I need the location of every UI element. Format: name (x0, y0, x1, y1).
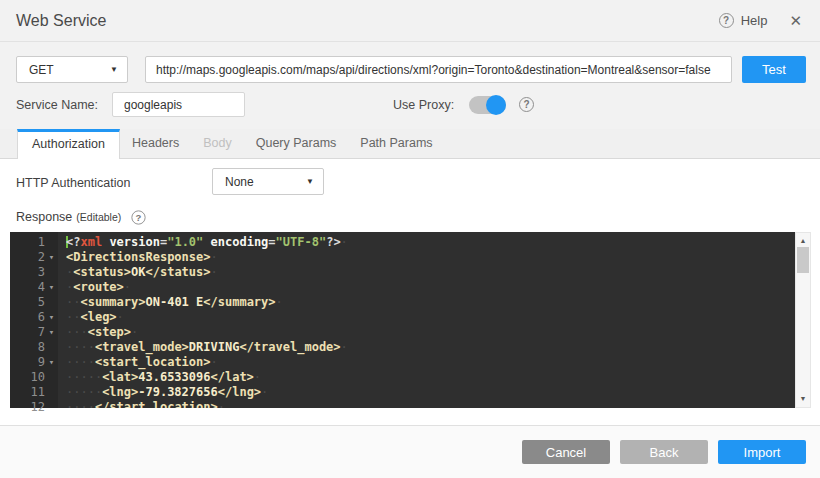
code-line: ····<travel_mode>DRIVING</travel_mode> (66, 340, 795, 355)
service-name-input[interactable] (112, 92, 245, 117)
close-icon[interactable]: ✕ (789, 12, 802, 30)
fold-spacer (45, 340, 58, 355)
editor-gutter: 12▾34▾56▾7▾89▾101112 (10, 232, 58, 408)
code-line: ··<leg> (66, 310, 795, 325)
cancel-button[interactable]: Cancel (522, 440, 610, 464)
code-line: ···<step> (66, 325, 795, 340)
tab-body: Body (191, 129, 244, 159)
web-service-dialog: Web Service ? Help ✕ GET ▼ Test Service … (0, 0, 820, 478)
gutter-line: 6▾ (10, 310, 58, 325)
use-proxy-label: Use Proxy: (393, 98, 454, 112)
gutter-line: 1 (10, 235, 58, 250)
code-line: <DirectionsResponse> (66, 250, 795, 265)
fold-icon[interactable]: ▾ (45, 325, 58, 340)
fold-icon[interactable]: ▾ (45, 250, 58, 265)
gutter-line: 11 (10, 385, 58, 400)
gutter-line: 7▾ (10, 325, 58, 340)
fold-spacer (45, 400, 58, 415)
code-line: ····</start_location> (66, 400, 795, 408)
http-authentication-select[interactable]: None ▼ (212, 168, 324, 195)
help-link[interactable]: Help (741, 13, 768, 28)
tab-headers[interactable]: Headers (120, 129, 191, 159)
http-method-value: GET (29, 63, 54, 77)
url-input[interactable] (145, 56, 732, 83)
help-icon[interactable]: ? (719, 13, 734, 28)
import-button[interactable]: Import (718, 440, 806, 464)
authorization-panel: HTTP Authentication None ▼ Response (Edi… (0, 159, 820, 425)
code-line: ·<status>OK</status> (66, 265, 795, 280)
http-authentication-label: HTTP Authentication (16, 176, 130, 190)
tab-query-params[interactable]: Query Params (244, 129, 349, 159)
scrollbar-down-icon[interactable]: ▼ (796, 394, 810, 404)
response-editable-note: (Editable) (76, 211, 121, 223)
gutter-line: 9▾ (10, 355, 58, 370)
scrollbar-up-icon[interactable]: ▲ (796, 236, 810, 246)
gutter-line: 5 (10, 295, 58, 310)
response-label: Response (16, 210, 72, 224)
chevron-down-icon: ▼ (306, 177, 314, 186)
gutter-line: 3 (10, 265, 58, 280)
tab-path-params[interactable]: Path Params (348, 129, 444, 159)
use-proxy-toggle[interactable] (469, 96, 506, 114)
code-line: ····<start_location> (66, 355, 795, 370)
code-line: ·····<lng>-79.3827656</lng> (66, 385, 795, 400)
code-line: ·<route> (66, 280, 795, 295)
fold-spacer (45, 235, 58, 250)
test-button[interactable]: Test (742, 56, 806, 83)
gutter-line: 10 (10, 370, 58, 385)
toggle-knob (486, 95, 506, 115)
scrollbar-thumb[interactable] (797, 247, 809, 273)
gutter-line: 12 (10, 400, 58, 415)
proxy-help-icon[interactable]: ? (519, 97, 534, 112)
fold-icon[interactable]: ▾ (45, 310, 58, 325)
fold-spacer (45, 265, 58, 280)
tab-authorization[interactable]: Authorization (17, 129, 120, 160)
gutter-line: 8 (10, 340, 58, 355)
request-config-section: GET ▼ Test Service Name: Use Proxy: ? (0, 42, 820, 129)
http-authentication-value: None (225, 175, 254, 189)
fold-icon[interactable]: ▾ (45, 280, 58, 295)
code-line: ·····<lat>43.6533096</lat> (66, 370, 795, 385)
fold-spacer (45, 295, 58, 310)
response-code-editor[interactable]: 12▾34▾56▾7▾89▾101112 <?xml version="1.0"… (10, 232, 811, 408)
gutter-line: 2▾ (10, 250, 58, 265)
gutter-line: 4▾ (10, 280, 58, 295)
code-line: <?xml version="1.0" encoding="UTF-8"?> (66, 235, 795, 250)
http-method-select[interactable]: GET ▼ (16, 56, 128, 83)
service-name-label: Service Name: (16, 98, 112, 112)
back-button[interactable]: Back (620, 440, 708, 464)
code-line: ··<summary>ON-401 E</summary> (66, 295, 795, 310)
response-help-icon[interactable]: ? (132, 210, 146, 224)
page-title: Web Service (16, 12, 719, 30)
editor-code-area[interactable]: <?xml version="1.0" encoding="UTF-8"?><D… (58, 232, 795, 408)
tab-bar: AuthorizationHeadersBodyQuery ParamsPath… (0, 129, 820, 159)
chevron-down-icon: ▼ (110, 65, 118, 74)
editor-scrollbar[interactable]: ▲ ▼ (795, 232, 811, 408)
fold-icon[interactable]: ▾ (45, 355, 58, 370)
dialog-footer: CancelBackImport (0, 425, 820, 478)
fold-spacer (45, 370, 58, 385)
fold-spacer (45, 385, 58, 400)
dialog-header: Web Service ? Help ✕ (0, 0, 820, 42)
